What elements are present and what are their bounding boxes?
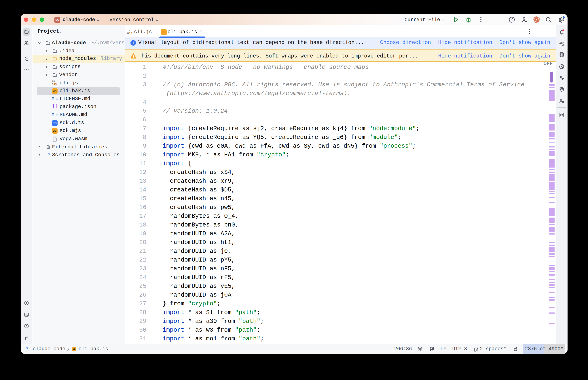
svg-text:?: ? xyxy=(27,43,28,45)
